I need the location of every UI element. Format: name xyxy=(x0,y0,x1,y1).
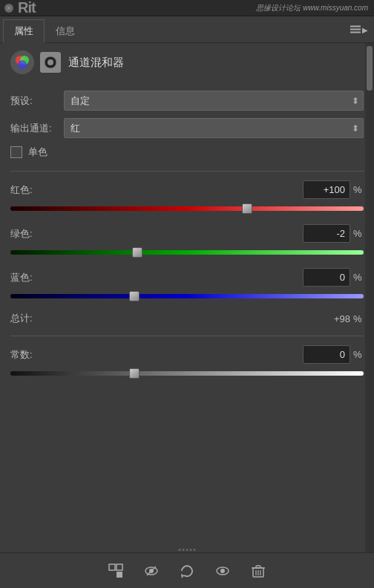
panel-title: 通道混和器 xyxy=(68,56,124,70)
bottom-toolbar xyxy=(0,552,374,588)
green-label: 绿色: xyxy=(10,227,45,241)
panel-icon-circles xyxy=(10,50,34,74)
presets-select-wrapper: 自定 默认 ⬍ xyxy=(64,91,364,111)
constant-label: 常数: xyxy=(10,348,45,362)
svg-rect-6 xyxy=(117,572,122,578)
watermark: 思缘设计论坛 www.missyuan.com xyxy=(256,3,368,13)
eye-button[interactable] xyxy=(211,560,234,582)
green-slider-thumb[interactable] xyxy=(132,247,142,258)
tab-info[interactable]: 信息 xyxy=(45,19,86,42)
monochrome-row: 单色 xyxy=(10,146,364,159)
delete-icon xyxy=(250,563,266,579)
green-percent: % xyxy=(353,228,364,239)
constant-slider-section: 常数: % xyxy=(10,345,364,380)
blue-label: 蓝色: xyxy=(10,271,45,284)
close-button[interactable]: ✕ xyxy=(4,4,13,13)
blue-slider-thumb[interactable] xyxy=(129,291,140,301)
total-value: +98 xyxy=(334,313,350,324)
green-slider-track[interactable] xyxy=(10,250,364,255)
output-channel-row: 输出通道: 红 绿 蓝 ⬍ xyxy=(10,118,364,138)
eye-alt-icon xyxy=(143,563,160,579)
blue-slider-row: 蓝色: % xyxy=(10,268,364,287)
output-channel-select-wrapper: 红 绿 蓝 ⬍ xyxy=(64,118,364,138)
monochrome-label: 单色 xyxy=(28,146,47,159)
red-slider-track[interactable] xyxy=(10,206,364,211)
divider-2 xyxy=(10,336,364,336)
reset-button[interactable] xyxy=(176,560,198,582)
constant-value-input[interactable] xyxy=(303,345,350,364)
title-bar: ✕ Rit 思缘设计论坛 www.missyuan.com xyxy=(0,0,374,16)
blue-slider-section: 蓝色: % xyxy=(10,268,364,303)
green-slider-section: 绿色: % xyxy=(10,224,364,259)
scrollbar[interactable] xyxy=(365,43,374,552)
constant-slider-track[interactable] xyxy=(10,371,364,376)
tab-properties[interactable]: 属性 xyxy=(3,19,45,43)
total-percent: % xyxy=(353,313,364,324)
filter-icon xyxy=(108,563,124,579)
red-slider-thumb[interactable] xyxy=(242,203,252,214)
svg-rect-16 xyxy=(256,566,260,568)
total-row: 总计: +98 % xyxy=(10,312,364,325)
svg-point-2 xyxy=(18,60,27,69)
green-slider-row: 绿色: % xyxy=(10,224,364,243)
eye-icon xyxy=(214,563,231,579)
panel-icon-rect xyxy=(40,52,61,73)
svg-rect-7 xyxy=(117,564,122,570)
svg-point-13 xyxy=(220,569,225,573)
constant-slider-container[interactable] xyxy=(10,367,364,380)
constant-percent: % xyxy=(353,349,364,360)
red-slider-section: 红色: % xyxy=(10,180,364,215)
constant-slider-row: 常数: % xyxy=(10,345,364,364)
tab-bar: 属性 信息 ▶ xyxy=(0,16,374,43)
svg-marker-11 xyxy=(181,574,184,578)
drag-handle xyxy=(179,549,196,551)
blue-value-input[interactable] xyxy=(303,268,350,287)
close-icon: ✕ xyxy=(6,4,12,12)
panel-header: 通道混和器 xyxy=(10,50,364,80)
green-value-input[interactable] xyxy=(303,224,350,243)
panel-content: 通道混和器 预设: 自定 默认 ⬍ 输出通道: 红 绿 蓝 ⬍ 单色 xyxy=(0,43,374,396)
red-percent: % xyxy=(353,184,364,195)
presets-row: 预设: 自定 默认 ⬍ xyxy=(10,91,364,111)
divider-1 xyxy=(10,171,364,172)
blue-slider-container[interactable] xyxy=(10,290,364,303)
eye-alt-button[interactable] xyxy=(140,560,163,582)
blue-percent: % xyxy=(353,272,364,283)
svg-point-4 xyxy=(47,59,53,65)
presets-select[interactable]: 自定 默认 xyxy=(64,91,364,111)
red-slider-row: 红色: % xyxy=(10,180,364,199)
red-label: 红色: xyxy=(10,183,45,197)
svg-rect-5 xyxy=(109,564,115,570)
output-channel-select[interactable]: 红 绿 蓝 xyxy=(64,118,364,138)
red-value-input[interactable] xyxy=(303,180,350,199)
total-label: 总计: xyxy=(10,312,334,325)
green-slider-container[interactable] xyxy=(10,246,364,259)
output-channel-label: 输出通道: xyxy=(10,122,64,135)
red-slider-container[interactable] xyxy=(10,202,364,215)
blue-slider-track[interactable] xyxy=(10,294,364,298)
constant-slider-thumb[interactable] xyxy=(129,368,140,379)
filter-button[interactable] xyxy=(105,560,127,582)
monochrome-checkbox[interactable] xyxy=(10,146,22,158)
presets-label: 预设: xyxy=(10,94,64,108)
tab-menu-button[interactable]: ▶ xyxy=(350,25,368,33)
rit-label: Rit xyxy=(18,0,36,16)
scroll-thumb[interactable] xyxy=(367,46,373,91)
reset-icon xyxy=(179,563,195,579)
delete-button[interactable] xyxy=(247,560,269,582)
